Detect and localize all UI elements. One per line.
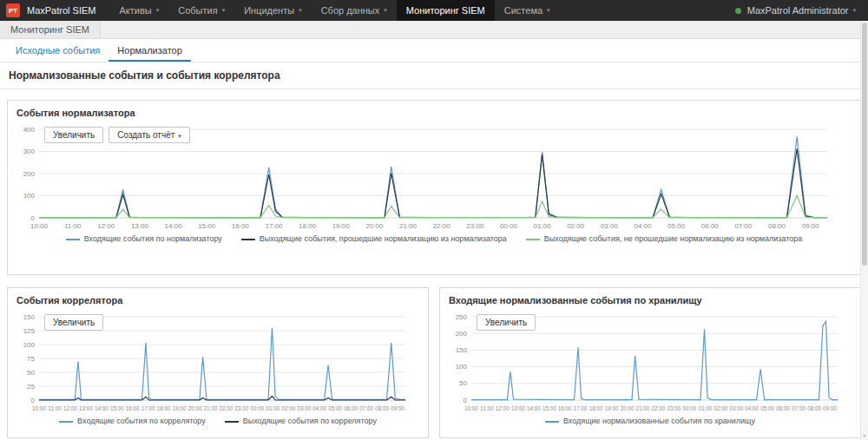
svg-text:150: 150 xyxy=(23,313,36,321)
legend-item[interactable]: Выходящие события, не прошедшие нормализ… xyxy=(526,234,802,243)
svg-text:150: 150 xyxy=(456,346,468,354)
svg-text:06:00: 06:00 xyxy=(701,222,720,230)
legend-item[interactable]: Выходящие события, прошедшие нормализаци… xyxy=(241,234,507,243)
legend-item[interactable]: Выходящие события по коррелятору xyxy=(225,417,377,425)
svg-text:17:00: 17:00 xyxy=(265,222,283,230)
zoom-button[interactable]: Увеличить xyxy=(477,314,536,331)
svg-text:13:00: 13:00 xyxy=(131,222,149,230)
vertical-scrollbar[interactable]: ⌄ xyxy=(860,21,868,440)
legend-line-swatch xyxy=(66,239,80,240)
menu-item-monitoring-siem[interactable]: Мониторинг SIEM xyxy=(397,0,495,21)
legend-item[interactable]: Входящие события по нормализатору xyxy=(66,234,222,243)
zoom-button[interactable]: Увеличить xyxy=(44,127,103,143)
svg-text:12:00: 12:00 xyxy=(97,222,115,230)
svg-text:20:00: 20:00 xyxy=(188,405,202,411)
maxpatrol-siem-app: PT MaxPatrol SIEM Активы ▾ События ▾ Инц… xyxy=(0,0,868,440)
menu-item-data-collection[interactable]: Сбор данных ▾ xyxy=(312,0,397,21)
svg-text:100: 100 xyxy=(23,192,36,200)
svg-text:17:00: 17:00 xyxy=(141,405,155,411)
svg-text:00:00: 00:00 xyxy=(500,222,518,230)
zoom-button[interactable]: Увеличить xyxy=(44,314,103,331)
svg-text:15:00: 15:00 xyxy=(110,405,124,411)
svg-text:12:00: 12:00 xyxy=(496,405,510,411)
svg-text:11:00: 11:00 xyxy=(48,405,62,411)
chevron-down-icon: ▾ xyxy=(299,7,302,14)
chart-legend: Входящие нормализованные события по хран… xyxy=(440,414,860,430)
svg-text:13:00: 13:00 xyxy=(79,405,93,411)
svg-text:16:00: 16:00 xyxy=(232,222,250,230)
svg-text:300: 300 xyxy=(23,148,36,155)
menu-item-events[interactable]: События ▾ xyxy=(168,0,234,21)
svg-text:14:00: 14:00 xyxy=(95,405,108,411)
panel-title: События коррелятора xyxy=(8,288,428,310)
svg-text:10:00: 10:00 xyxy=(32,405,46,411)
svg-text:03:00: 03:00 xyxy=(297,405,311,411)
svg-text:17:00: 17:00 xyxy=(574,405,588,411)
chart-area: Увеличить 05010015020025010:0011:0012:00… xyxy=(440,310,860,414)
chart-legend: Входящие события по нормализаторуВыходящ… xyxy=(8,232,860,248)
svg-text:07:00: 07:00 xyxy=(734,222,753,230)
scrollbar-thumb[interactable] xyxy=(862,23,867,266)
chevron-down-icon: ▾ xyxy=(384,7,387,14)
chevron-down-icon: ▾ xyxy=(156,7,160,14)
main-menu: Активы ▾ События ▾ Инциденты ▾ Сбор данн… xyxy=(109,0,559,21)
panel-normalizer-events: События нормализатора Увеличить Создать … xyxy=(7,100,861,275)
chart-area: Увеличить 025507510012515010:0011:0012:0… xyxy=(8,310,428,414)
svg-text:75: 75 xyxy=(27,355,35,363)
topbar: PT MaxPatrol SIEM Активы ▾ События ▾ Инц… xyxy=(0,0,868,21)
svg-text:22:00: 22:00 xyxy=(220,405,233,411)
svg-text:01:00: 01:00 xyxy=(699,405,713,411)
svg-text:50: 50 xyxy=(459,379,467,387)
svg-text:11:00: 11:00 xyxy=(480,405,494,411)
svg-text:10:00: 10:00 xyxy=(464,405,478,411)
svg-text:23:00: 23:00 xyxy=(466,222,484,230)
chart-buttons: Увеличить xyxy=(44,314,103,331)
svg-text:18:00: 18:00 xyxy=(157,405,171,411)
svg-text:21:00: 21:00 xyxy=(204,405,218,411)
tab-source-events[interactable]: Исходные события xyxy=(7,39,108,62)
chevron-down-icon: ▾ xyxy=(547,7,550,14)
svg-text:125: 125 xyxy=(23,327,36,335)
create-report-button[interactable]: Создать отчёт▾ xyxy=(108,127,190,143)
legend-line-swatch xyxy=(526,239,540,240)
user-name: MaxPatrol Administrator xyxy=(747,5,849,16)
status-dot-icon xyxy=(735,8,741,14)
svg-text:14:00: 14:00 xyxy=(527,405,541,411)
panel-title: События нормализатора xyxy=(8,101,860,122)
menu-item-assets[interactable]: Активы ▾ xyxy=(109,0,168,21)
menu-item-incidents[interactable]: Инциденты ▾ xyxy=(234,0,312,21)
panel-title: Входящие нормализованные события по хран… xyxy=(440,288,860,310)
svg-text:25: 25 xyxy=(27,383,35,391)
menu-item-system[interactable]: Система ▾ xyxy=(495,0,560,21)
svg-text:00:00: 00:00 xyxy=(683,405,697,411)
app-title: MaxPatrol SIEM xyxy=(27,5,95,16)
breadcrumb-title: Мониторинг SIEM xyxy=(0,21,101,38)
svg-text:01:00: 01:00 xyxy=(266,405,280,411)
user-menu[interactable]: MaxPatrol Administrator ▾ xyxy=(735,5,868,16)
svg-text:07:00: 07:00 xyxy=(792,405,806,411)
svg-text:07:00: 07:00 xyxy=(359,405,373,411)
chevron-down-icon: ▾ xyxy=(852,7,856,14)
page-title: Нормализованные события и события коррел… xyxy=(0,62,868,89)
svg-text:22:00: 22:00 xyxy=(652,405,666,411)
chevron-down-icon: ▾ xyxy=(222,7,226,14)
panel-storage-events: Входящие нормализованные события по хран… xyxy=(439,287,861,438)
breadcrumb: Мониторинг SIEM xyxy=(0,21,868,39)
svg-text:04:00: 04:00 xyxy=(312,405,326,411)
tab-normalizer[interactable]: Нормализатор xyxy=(108,39,191,62)
svg-text:19:00: 19:00 xyxy=(605,405,619,411)
svg-text:12:00: 12:00 xyxy=(63,405,77,411)
svg-text:13:00: 13:00 xyxy=(511,405,525,411)
svg-text:06:00: 06:00 xyxy=(344,405,358,411)
legend-item[interactable]: Входящие нормализованные события по хран… xyxy=(545,417,755,425)
svg-text:18:00: 18:00 xyxy=(589,405,603,411)
svg-text:05:00: 05:00 xyxy=(328,405,342,411)
svg-text:15:00: 15:00 xyxy=(198,222,216,230)
svg-text:06:00: 06:00 xyxy=(776,405,790,411)
chevron-down-icon: ▾ xyxy=(178,133,181,139)
scroll-down-icon[interactable]: ⌄ xyxy=(861,430,868,439)
legend-item[interactable]: Входящие события по коррелятору xyxy=(59,417,206,425)
svg-text:18:00: 18:00 xyxy=(299,222,317,230)
legend-line-swatch xyxy=(545,421,559,423)
svg-text:23:00: 23:00 xyxy=(235,405,249,411)
